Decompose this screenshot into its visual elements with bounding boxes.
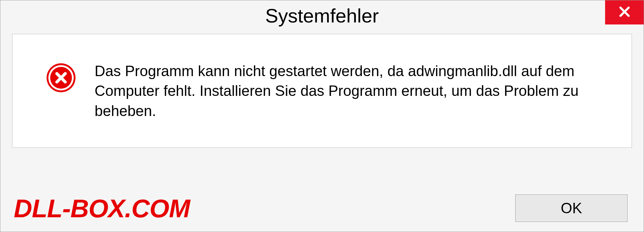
error-icon bbox=[46, 63, 76, 94]
error-dialog: Systemfehler Das Programm kann nicht ges… bbox=[0, 0, 644, 232]
watermark-text: DLL-BOX.COM bbox=[14, 194, 190, 223]
dialog-title: Systemfehler bbox=[265, 4, 379, 27]
title-bar: Systemfehler bbox=[0, 0, 644, 31]
ok-button[interactable]: OK bbox=[515, 194, 628, 222]
content-area: Das Programm kann nicht gestartet werden… bbox=[12, 34, 632, 148]
error-message: Das Programm kann nicht gestartet werden… bbox=[95, 61, 615, 121]
close-button[interactable] bbox=[605, 0, 644, 24]
close-icon bbox=[618, 5, 632, 20]
footer: DLL-BOX.COM OK bbox=[0, 185, 644, 232]
